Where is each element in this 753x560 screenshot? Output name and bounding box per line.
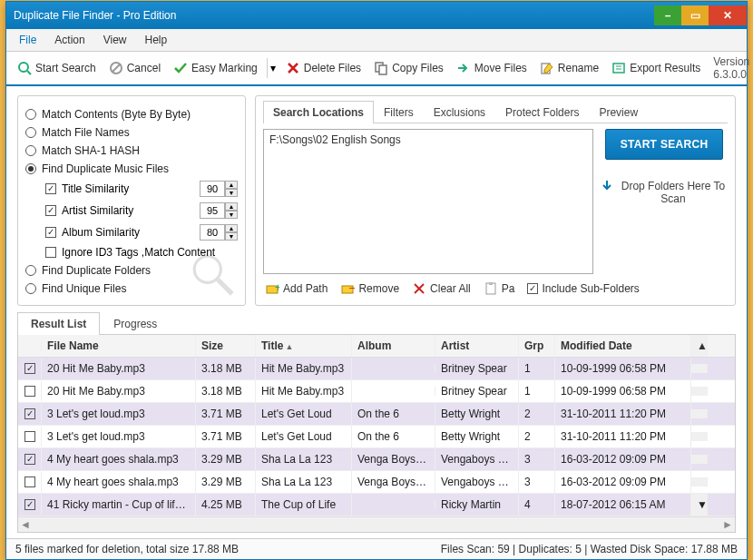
vertical-scrollbar-track[interactable] — [691, 409, 708, 418]
row-checkbox[interactable] — [24, 363, 35, 374]
tab-search-locations[interactable]: Search Locations — [263, 101, 374, 123]
delete-files-button[interactable]: Delete Files — [280, 58, 367, 78]
horizontal-scrollbar[interactable]: ◄► — [18, 516, 735, 532]
cancel-button[interactable]: Cancel — [103, 58, 166, 78]
table-row[interactable]: 3 Let's get loud.mp33.71 MBLet's Get Lou… — [18, 426, 735, 448]
artist-similarity-label: Artist Similarity — [62, 204, 133, 217]
row-checkbox[interactable] — [24, 476, 35, 487]
col-filename[interactable]: File Name — [42, 335, 196, 357]
menu-help[interactable]: Help — [136, 31, 177, 49]
vertical-scrollbar-track[interactable] — [691, 432, 708, 441]
row-checkbox[interactable] — [24, 408, 35, 419]
vertical-scrollbar-head[interactable]: ▲ — [691, 335, 708, 357]
table-header: File Name Size Title▲ Album Artist Grp M… — [18, 335, 735, 358]
cell-group: 2 — [519, 403, 555, 425]
search-config-panel: Search Locations Filters Exclusions Prot… — [255, 95, 736, 306]
row-checkbox[interactable] — [24, 386, 35, 397]
radio-icon — [25, 283, 36, 294]
cell-album — [352, 500, 435, 509]
album-similarity-spinner[interactable]: ▲▼ — [200, 224, 238, 241]
vertical-scrollbar-track[interactable]: ▼ — [691, 494, 708, 516]
spin-up-icon[interactable]: ▲ — [225, 181, 238, 189]
option-match-contents[interactable]: Match Contents (Byte By Byte) — [25, 105, 238, 123]
spin-up-icon[interactable]: ▲ — [225, 202, 238, 211]
tab-result-list[interactable]: Result List — [17, 312, 100, 335]
menu-file[interactable]: File — [10, 31, 45, 49]
tab-preview[interactable]: Preview — [589, 101, 648, 123]
folder-minus-icon: – — [340, 281, 355, 296]
col-album[interactable]: Album — [352, 335, 435, 357]
table-row[interactable]: 4 My heart goes shala.mp33.29 MBSha La L… — [18, 448, 735, 471]
move-files-button[interactable]: Move Files — [451, 58, 533, 78]
table-row[interactable]: 41 Ricky martin - Cup of life.mp34.25 MB… — [18, 494, 735, 516]
row-checkbox[interactable] — [24, 499, 35, 510]
radio-icon — [25, 145, 36, 156]
spin-down-icon[interactable]: ▼ — [225, 211, 238, 219]
col-size[interactable]: Size — [196, 335, 256, 357]
search-locations-list[interactable]: F:\Songs\02 English Songs — [263, 129, 593, 274]
album-similarity-checkbox[interactable] — [45, 227, 56, 238]
status-right: Files Scan: 59 | Duplicates: 5 | Wasted … — [441, 543, 738, 555]
cell-group: 2 — [519, 426, 555, 447]
option-duplicate-music[interactable]: Find Duplicate Music Files — [25, 160, 238, 178]
cell-modified: 16-03-2012 09:09 PM — [555, 448, 691, 470]
titlebar[interactable]: Duplicate File Finder - Pro Edition – ▭ … — [6, 2, 747, 29]
cell-filename: 3 Let's get loud.mp3 — [42, 426, 196, 447]
window-title: Duplicate File Finder - Pro Edition — [14, 9, 176, 22]
tab-protect-folders[interactable]: Protect Folders — [495, 101, 589, 123]
delete-files-label: Delete Files — [304, 62, 361, 74]
export-results-button[interactable]: Export Results — [606, 58, 706, 78]
spin-down-icon[interactable]: ▼ — [225, 232, 238, 241]
clear-all-button[interactable]: Clear All — [410, 280, 473, 298]
add-path-button[interactable]: +Add Path — [263, 280, 329, 298]
vertical-scrollbar-track[interactable] — [691, 477, 708, 486]
col-modified[interactable]: Modified Date — [555, 335, 691, 357]
easy-marking-button[interactable]: Easy Marking — [168, 58, 263, 78]
cell-title: Let's Get Loud — [256, 403, 352, 425]
table-row[interactable]: 20 Hit Me Baby.mp33.18 MBHit Me Baby.mp3… — [18, 380, 735, 403]
rename-button[interactable]: Rename — [534, 58, 604, 78]
ignore-id3-checkbox[interactable] — [45, 247, 56, 258]
cell-modified: 31-10-2011 11:20 PM — [555, 403, 691, 425]
tab-exclusions[interactable]: Exclusions — [424, 101, 495, 123]
table-body: 20 Hit Me Baby.mp33.18 MBHit Me Baby.mp3… — [18, 358, 735, 516]
title-similarity-checkbox[interactable] — [45, 183, 56, 194]
paste-path-button[interactable]: Pa — [482, 280, 517, 298]
close-button[interactable]: ✕ — [709, 5, 747, 25]
title-similarity-spinner[interactable]: ▲▼ — [200, 181, 238, 197]
sort-asc-icon: ▲ — [285, 342, 293, 351]
spin-down-icon[interactable]: ▼ — [225, 189, 238, 197]
tab-progress[interactable]: Progress — [100, 312, 171, 335]
vertical-scrollbar-track[interactable] — [691, 364, 708, 373]
menu-view[interactable]: View — [94, 31, 136, 49]
maximize-button[interactable]: ▭ — [681, 5, 709, 25]
col-group[interactable]: Grp — [519, 335, 555, 357]
vertical-scrollbar-track[interactable] — [691, 455, 708, 464]
col-checkbox[interactable] — [18, 341, 42, 350]
easy-marking-dropdown[interactable]: ▾ — [267, 58, 279, 78]
clear-icon — [412, 281, 426, 296]
copy-files-button[interactable]: Copy Files — [368, 58, 449, 78]
col-artist[interactable]: Artist — [435, 335, 519, 357]
spin-up-icon[interactable]: ▲ — [225, 224, 238, 232]
artist-similarity-spinner[interactable]: ▲▼ — [200, 202, 238, 219]
artist-similarity-checkbox[interactable] — [45, 205, 56, 216]
cell-album: Venga Boys 123 — [352, 448, 435, 470]
row-checkbox[interactable] — [24, 431, 35, 442]
start-search-button[interactable]: Start Search — [12, 58, 102, 78]
tab-filters[interactable]: Filters — [374, 101, 424, 123]
menu-action[interactable]: Action — [45, 31, 93, 49]
location-path[interactable]: F:\Songs\02 English Songs — [269, 133, 587, 146]
option-match-filenames[interactable]: Match File Names — [25, 123, 238, 142]
minimize-button[interactable]: – — [654, 5, 681, 25]
table-row[interactable]: 20 Hit Me Baby.mp33.18 MBHit Me Baby.mp3… — [18, 358, 735, 380]
col-title[interactable]: Title▲ — [256, 335, 352, 357]
row-checkbox[interactable] — [24, 454, 35, 465]
table-row[interactable]: 4 My heart goes shala.mp33.29 MBSha La L… — [18, 471, 735, 494]
start-search-main-button[interactable]: START SEARCH — [605, 129, 723, 160]
table-row[interactable]: 3 Let's get loud.mp33.71 MBLet's Get Lou… — [18, 403, 735, 426]
include-subfolders-check[interactable]: Include Sub-Folders — [525, 280, 641, 298]
vertical-scrollbar-track[interactable] — [691, 387, 708, 396]
remove-path-button[interactable]: –Remove — [338, 280, 401, 298]
option-match-sha1[interactable]: Match SHA-1 HASH — [25, 142, 238, 160]
